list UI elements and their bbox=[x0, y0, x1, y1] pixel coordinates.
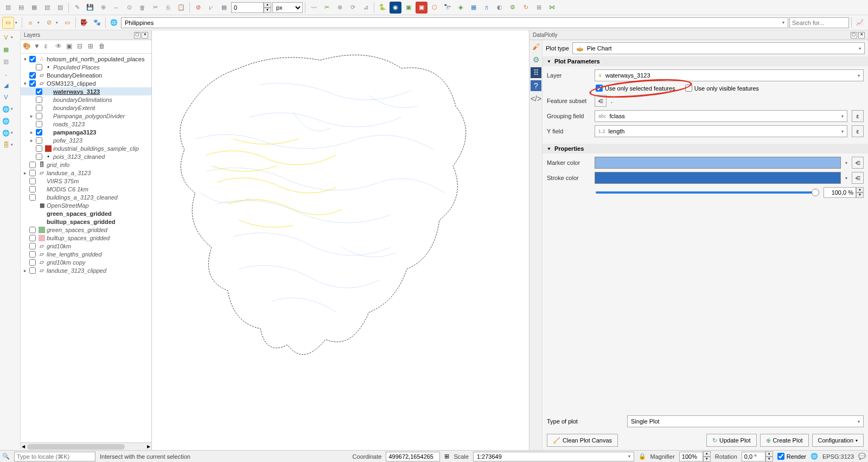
add-db-layer-icon[interactable]: 🗄 bbox=[1, 140, 11, 150]
render-checkbox[interactable]: Render bbox=[777, 453, 806, 460]
layer-row[interactable]: ▸▱landuse_a_3123 bbox=[21, 169, 151, 177]
layer-visibility-checkbox[interactable] bbox=[29, 243, 36, 249]
layer-visibility-checkbox[interactable] bbox=[29, 80, 36, 87]
layer-visibility-checkbox[interactable] bbox=[36, 97, 42, 103]
tool-simplify-icon[interactable]: ⊿ bbox=[360, 2, 372, 14]
layer-row[interactable]: 🗄grid_info bbox=[21, 161, 151, 169]
add-wcs-icon[interactable]: 🌐 bbox=[1, 116, 11, 126]
add-vector-layer-icon[interactable]: V bbox=[1, 33, 11, 42]
expand-toggle-icon[interactable]: ▸ bbox=[28, 138, 35, 143]
plugin-red-icon[interactable]: ▣ bbox=[416, 2, 427, 14]
layer-row[interactable]: ▱grid10km bbox=[21, 242, 151, 250]
rotation-input[interactable] bbox=[742, 452, 765, 461]
locator-input[interactable] bbox=[14, 452, 95, 461]
expand-toggle-icon[interactable]: ▾ bbox=[22, 81, 28, 86]
offset-spinbox[interactable] bbox=[231, 2, 264, 13]
dp-tab-help-icon[interactable]: ? bbox=[531, 80, 541, 91]
select-all-button[interactable]: ≡ bbox=[24, 17, 36, 29]
properties-header[interactable]: ▼ Properties bbox=[542, 144, 868, 153]
rot-up-icon[interactable]: ▲ bbox=[765, 451, 773, 457]
paw-icon[interactable]: 🐾 bbox=[91, 17, 103, 29]
dp-tab-brush-icon[interactable]: 🖌 bbox=[531, 41, 541, 52]
nominatim-search-input[interactable] bbox=[789, 17, 849, 28]
layer-visibility-checkbox[interactable] bbox=[36, 145, 42, 152]
add-virtual-icon[interactable]: V bbox=[1, 92, 11, 102]
cb-selected-features[interactable]: Use only selected features bbox=[596, 85, 675, 92]
add-mesh-layer-icon[interactable]: ▥ bbox=[1, 56, 11, 66]
dp-undock-icon[interactable]: ▢ bbox=[851, 32, 857, 39]
layer-visibility-checkbox[interactable] bbox=[36, 105, 42, 111]
layer-row[interactable]: •pois_3123_cleaned bbox=[21, 152, 151, 161]
layer-visibility-checkbox[interactable] bbox=[36, 153, 42, 160]
spin-up-icon[interactable]: ▲ bbox=[264, 2, 271, 8]
magnifier-input[interactable] bbox=[679, 452, 703, 461]
plugin-grid-icon[interactable]: ▦ bbox=[468, 2, 480, 14]
layer-row[interactable]: MODIS C6 1km bbox=[21, 185, 151, 193]
marker-color-override-button[interactable]: ⋲ bbox=[852, 157, 864, 169]
dp-tab-code-icon[interactable]: </> bbox=[531, 93, 541, 104]
layer-row[interactable]: ▸pofw_3123 bbox=[21, 136, 151, 144]
tool-spatialite-icon[interactable]: ▦ bbox=[28, 2, 40, 14]
y-field-select[interactable]: 1.2 length ▾ bbox=[595, 125, 847, 137]
tool-save-edits-icon[interactable]: 💾 bbox=[84, 2, 96, 14]
scroll-thumb[interactable] bbox=[27, 444, 125, 450]
layer-visibility-checkbox[interactable] bbox=[29, 178, 36, 184]
stroke-color-swatch[interactable] bbox=[595, 172, 841, 184]
globe-icon[interactable]: 🌐 bbox=[108, 17, 120, 29]
expand-toggle-icon[interactable]: ▾ bbox=[22, 56, 28, 62]
map-canvas[interactable] bbox=[152, 30, 529, 450]
layer-visibility-checkbox[interactable] bbox=[29, 186, 36, 193]
cb-visible-features[interactable]: Use only visible features bbox=[685, 85, 759, 92]
tool-copy-icon[interactable]: ⎘ bbox=[162, 2, 174, 14]
layer-visibility-checkbox[interactable] bbox=[29, 162, 36, 168]
layer-expand-icon[interactable]: ⊟ bbox=[77, 42, 86, 51]
plugin-plus-icon[interactable]: ⊞ bbox=[533, 2, 545, 14]
tool-merge-icon[interactable]: ⊗ bbox=[334, 2, 346, 14]
wms-drop-icon[interactable]: ▾ bbox=[11, 107, 15, 111]
tool-rotate-icon[interactable]: ⟳ bbox=[347, 2, 359, 14]
clean-plot-button[interactable]: 🧹 Clean Plot Canvas bbox=[547, 434, 618, 447]
spin-down-icon[interactable]: ▼ bbox=[264, 8, 271, 13]
layer-row[interactable]: waterways_3123 bbox=[21, 87, 151, 95]
layer-visibility-checkbox[interactable] bbox=[36, 121, 42, 127]
plugin-gear-icon[interactable]: ⚙ bbox=[507, 2, 519, 14]
rot-down-icon[interactable]: ▼ bbox=[765, 457, 773, 462]
layer-visibility-checkbox[interactable] bbox=[36, 113, 42, 119]
layer-row[interactable]: ▾▱OSM3123_clipped bbox=[21, 79, 151, 87]
extents-icon[interactable]: ⊞ bbox=[444, 453, 449, 460]
layer-visibility-checkbox[interactable] bbox=[29, 267, 36, 274]
crs-icon[interactable]: 🌐 bbox=[810, 453, 818, 460]
color-drop-icon[interactable]: ▾ bbox=[845, 161, 847, 165]
layer-visibility-checkbox[interactable] bbox=[29, 227, 36, 233]
panel-undock-icon[interactable]: ▢ bbox=[134, 32, 141, 39]
marker-color-swatch[interactable] bbox=[595, 157, 841, 169]
opacity-spin-up-icon[interactable]: ▲ bbox=[856, 187, 864, 193]
layer-row[interactable]: ▸▱landuse_3123_clipped bbox=[21, 266, 151, 274]
tool-toggle-editing-icon[interactable]: ✎ bbox=[71, 2, 83, 14]
tool-temporary-layer-icon[interactable]: ▧ bbox=[41, 2, 53, 14]
layer-row[interactable]: ▱BoundaryDelineation bbox=[21, 71, 151, 79]
unit-select[interactable]: px bbox=[272, 2, 303, 13]
tool-reshape-icon[interactable]: 〰 bbox=[308, 2, 320, 14]
deselect-dropdown-icon[interactable]: ▾ bbox=[56, 21, 60, 25]
dataplotly-chart-icon[interactable]: 📈 bbox=[854, 17, 866, 29]
plugin-refresh-icon[interactable]: ↻ bbox=[520, 2, 532, 14]
tool-virtual-layer-icon[interactable]: ▨ bbox=[54, 2, 66, 14]
layer-row[interactable]: VIIRS 375m bbox=[21, 177, 151, 185]
grouping-expression-button[interactable]: ε bbox=[852, 110, 864, 122]
plugin-pca-icon[interactable]: ◐ bbox=[494, 2, 506, 14]
layer-row[interactable]: green_spaces_gridded bbox=[21, 226, 151, 234]
layer-visibility-checkbox[interactable] bbox=[36, 137, 42, 144]
wfs-drop-icon[interactable]: ▾ bbox=[11, 131, 15, 135]
add-wms-icon[interactable]: 🌐 bbox=[1, 104, 11, 114]
layer-row[interactable]: ▱line_lengths_gridded bbox=[21, 250, 151, 258]
tool-shapefile-icon[interactable]: ▤ bbox=[15, 2, 27, 14]
panel-close-icon[interactable]: ✕ bbox=[142, 32, 148, 39]
lock-icon[interactable]: 🔒 bbox=[639, 453, 646, 460]
mask-icon[interactable]: 👺 bbox=[78, 17, 90, 29]
scale-select[interactable]: 1:273649▾ bbox=[473, 452, 634, 461]
crs-value[interactable]: EPSG:3123 bbox=[822, 453, 854, 460]
tool-paste-icon[interactable]: 📋 bbox=[175, 2, 187, 14]
tool-move-feature-icon[interactable]: ↔ bbox=[110, 2, 122, 14]
update-plot-button[interactable]: ↻ Update Plot bbox=[706, 434, 756, 447]
